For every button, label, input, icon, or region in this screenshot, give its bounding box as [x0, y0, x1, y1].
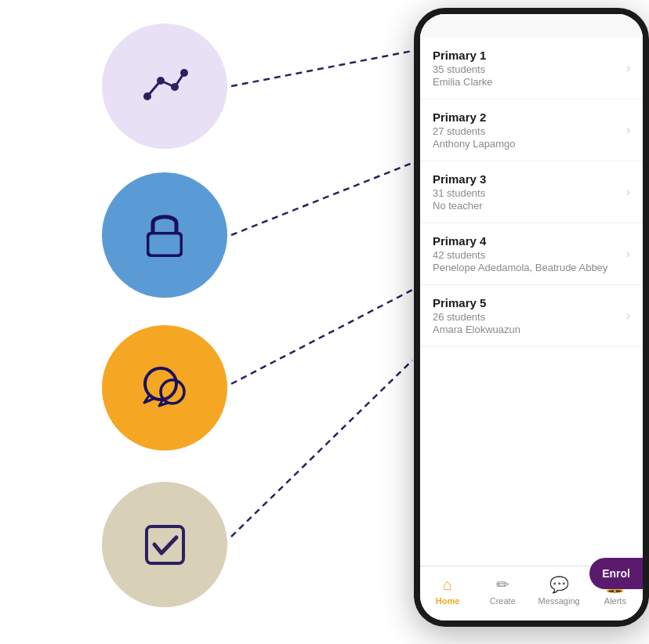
svg-line-10 — [231, 163, 412, 235]
enrol-label: Enrol — [602, 567, 630, 580]
class-info: Primary 3 31 students No teacher — [433, 172, 620, 212]
nav-create[interactable]: ✏ Create — [483, 575, 522, 606]
svg-line-12 — [231, 360, 412, 537]
class-item-1[interactable]: Primary 1 35 students Emilia Clarke › — [420, 38, 643, 99]
class-item-2[interactable]: Primary 2 27 students Anthony Lapamgo › — [420, 99, 643, 161]
nav-messaging-label: Messaging — [538, 596, 579, 606]
chevron-icon: › — [626, 309, 630, 323]
class-name: Primary 1 — [433, 49, 620, 62]
analytics-circle — [102, 24, 227, 149]
chevron-icon: › — [626, 61, 630, 75]
class-info: Primary 1 35 students Emilia Clarke — [433, 49, 620, 88]
phone-screen: Primary 1 35 students Emilia Clarke › Pr… — [420, 14, 643, 620]
checklist-icon — [136, 516, 194, 574]
class-info: Primary 4 42 students Penelope Adedamola… — [433, 234, 620, 273]
svg-rect-8 — [147, 526, 183, 563]
status-bar — [420, 14, 643, 38]
analytics-icon — [136, 57, 194, 116]
class-students: 35 students — [433, 63, 620, 75]
class-teacher: Penelope Adedamola, Beatrude Abbey — [433, 262, 620, 273]
chat-circle — [102, 325, 227, 450]
nav-messaging[interactable]: 💬 Messaging — [538, 575, 579, 606]
class-students: 26 students — [433, 311, 620, 323]
class-teacher: Emilia Clarke — [433, 76, 620, 88]
svg-line-9 — [231, 51, 412, 86]
nav-alerts-label: Alerts — [604, 596, 626, 606]
chevron-icon: › — [626, 247, 630, 261]
class-name: Primary 4 — [433, 234, 620, 248]
svg-rect-5 — [148, 233, 181, 255]
messaging-icon: 💬 — [549, 575, 569, 594]
checklist-circle — [102, 482, 227, 607]
class-info: Primary 2 27 students Anthony Lapamgo — [433, 110, 620, 150]
home-icon: ⌂ — [443, 576, 452, 594]
class-students: 27 students — [433, 125, 620, 137]
enrol-button[interactable]: Enrol — [589, 558, 643, 589]
class-name: Primary 3 — [433, 172, 620, 186]
nav-create-label: Create — [490, 596, 516, 606]
class-item-5[interactable]: Primary 5 26 students Amara Elokwuazun › — [420, 285, 643, 347]
class-teacher: Amara Elokwuazun — [433, 324, 620, 335]
class-teacher: Anthony Lapamgo — [433, 138, 620, 150]
class-list: Primary 1 35 students Emilia Clarke › Pr… — [420, 38, 643, 566]
class-item-4[interactable]: Primary 4 42 students Penelope Adedamola… — [420, 223, 643, 285]
class-item-3[interactable]: Primary 3 31 students No teacher › — [420, 161, 643, 223]
class-name: Primary 5 — [433, 296, 620, 309]
nav-home-label: Home — [436, 596, 460, 606]
class-info: Primary 5 26 students Amara Elokwuazun — [433, 296, 620, 335]
class-name: Primary 2 — [433, 110, 620, 124]
create-icon: ✏ — [496, 575, 509, 594]
svg-line-11 — [231, 290, 412, 384]
chevron-icon: › — [626, 123, 630, 137]
nav-home[interactable]: ⌂ Home — [428, 576, 467, 606]
lock-icon — [137, 206, 192, 265]
class-students: 42 students — [433, 249, 620, 261]
phone-frame: Primary 1 35 students Emilia Clarke › Pr… — [414, 8, 649, 627]
chat-icon — [133, 359, 196, 418]
phone-mockup: Primary 1 35 students Emilia Clarke › Pr… — [398, 0, 649, 644]
class-teacher: No teacher — [433, 200, 620, 212]
class-students: 31 students — [433, 187, 620, 199]
chevron-icon: › — [626, 185, 630, 199]
lock-circle — [102, 172, 227, 298]
